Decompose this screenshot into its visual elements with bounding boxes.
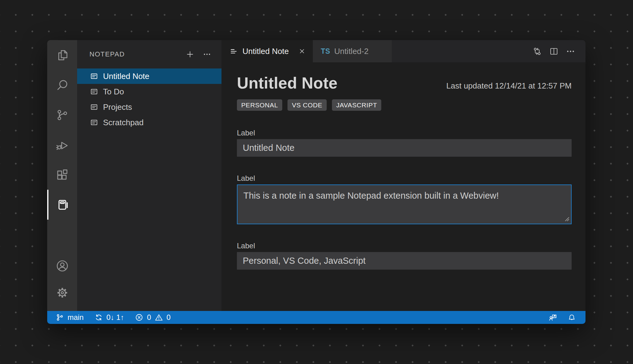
field-label: Label <box>237 174 572 183</box>
page-title: Untitled Note <box>237 74 337 92</box>
tag-row: PERSONAL VS CODE JAVASCRIPT <box>237 99 572 111</box>
note-icon <box>90 87 98 96</box>
gear-icon <box>55 286 69 300</box>
tab-label: Untitled-2 <box>334 47 368 56</box>
note-list: Untitled Note To Do <box>77 68 221 130</box>
note-icon <box>90 72 98 81</box>
tag-badge: JAVASCRIPT <box>332 99 381 111</box>
error-icon <box>135 313 143 322</box>
close-icon[interactable] <box>298 47 306 55</box>
activity-bar-bottom <box>47 252 77 306</box>
note-body-wrap: This is a note in a sample Notepad exten… <box>237 184 572 224</box>
tab-bar: Untitled Note TS Untitled-2 <box>221 40 585 62</box>
list-item-scratchpad[interactable]: Scratchpad <box>77 115 221 130</box>
sidebar-item-source-control[interactable] <box>47 100 77 130</box>
source-control-icon <box>55 108 69 122</box>
note-body-textarea[interactable]: This is a note in a sample Notepad exten… <box>237 184 572 224</box>
sidebar-item-run-debug[interactable] <box>47 130 77 160</box>
search-icon <box>55 78 69 92</box>
tag-badge: VS CODE <box>288 99 327 111</box>
last-updated-text: Last updated 12/14/21 at 12:57 PM <box>446 81 572 91</box>
field-label: Label <box>237 242 572 250</box>
notepad-icon <box>55 198 69 212</box>
note-form: Label Label This is a note in a sample N… <box>237 129 572 270</box>
files-icon <box>55 48 69 62</box>
sync-counts: 0↓ 1↑ <box>106 313 124 322</box>
sidebar-notepad-panel: NOTEPAD <box>77 40 221 311</box>
list-item-untitled-note[interactable]: Untitled Note <box>77 68 221 84</box>
sidebar-item-search[interactable] <box>47 70 77 100</box>
warning-count: 0 <box>167 313 171 322</box>
status-bar: main 0↓ 1↑ 0 0 <box>47 311 585 324</box>
note-item-label: To Do <box>103 87 124 97</box>
note-icon <box>90 103 98 111</box>
split-editor-icon[interactable] <box>549 46 559 56</box>
note-item-label: Untitled Note <box>103 72 149 81</box>
tags-field-group: Label <box>237 242 572 270</box>
tab-label: Untitled Note <box>242 47 289 56</box>
tag-badge: PERSONAL <box>237 99 282 111</box>
problems-status[interactable]: 0 0 <box>135 313 171 322</box>
sync-status[interactable]: 0↓ 1↑ <box>94 313 124 322</box>
account-icon <box>55 259 69 273</box>
note-icon <box>90 118 98 127</box>
error-count: 0 <box>147 313 151 322</box>
new-note-button[interactable] <box>185 50 195 59</box>
desktop-background: { "colors": { "selection_blue": "#0c4d75… <box>0 0 633 364</box>
sidebar-title: NOTEPAD <box>89 50 125 58</box>
body-field-group: Label This is a note in a sample Notepad… <box>237 174 572 224</box>
more-actions-button[interactable] <box>202 50 212 59</box>
debug-icon <box>55 138 69 152</box>
tab-untitled-note[interactable]: Untitled Note <box>221 40 313 62</box>
status-bar-right <box>548 313 576 322</box>
field-label: Label <box>237 129 572 137</box>
title-field-group: Label <box>237 129 572 157</box>
more-actions-icon[interactable] <box>565 46 576 56</box>
notepad-webview: Untitled Note Last updated 12/14/21 at 1… <box>221 62 585 311</box>
settings-button[interactable] <box>47 279 77 306</box>
extensions-icon <box>55 168 69 182</box>
typescript-file-icon: TS <box>321 47 330 56</box>
branch-name: main <box>68 313 84 322</box>
note-header: Untitled Note Last updated 12/14/21 at 1… <box>237 74 572 92</box>
tab-untitled-2[interactable]: TS Untitled-2 <box>313 40 392 62</box>
window-main: NOTEPAD <box>47 40 585 311</box>
editor-actions <box>532 40 585 62</box>
note-lines-icon <box>230 47 238 56</box>
sidebar-item-extensions[interactable] <box>47 160 77 190</box>
git-branch-icon <box>56 313 64 322</box>
notifications-bell-icon[interactable] <box>567 313 576 322</box>
activity-bar <box>47 40 77 311</box>
vscode-window: NOTEPAD <box>47 40 585 324</box>
note-title-input[interactable] <box>237 139 572 157</box>
open-changes-icon[interactable] <box>532 46 542 56</box>
note-tags-input[interactable] <box>237 252 572 270</box>
note-item-label: Projects <box>103 102 132 112</box>
sync-icon <box>94 313 103 322</box>
account-button[interactable] <box>47 252 77 279</box>
note-item-label: Scratchpad <box>103 118 144 127</box>
sidebar-actions <box>185 50 212 59</box>
sidebar-item-notepad[interactable] <box>47 190 77 220</box>
list-item-projects[interactable]: Projects <box>77 99 221 115</box>
warning-icon <box>155 313 163 322</box>
branch-status[interactable]: main <box>56 313 84 322</box>
list-item-to-do[interactable]: To Do <box>77 84 221 99</box>
sidebar-item-explorer[interactable] <box>47 40 77 70</box>
editor-group: Untitled Note TS Untitled-2 <box>221 40 585 311</box>
sidebar-header: NOTEPAD <box>77 40 221 68</box>
feedback-icon[interactable] <box>548 313 557 322</box>
